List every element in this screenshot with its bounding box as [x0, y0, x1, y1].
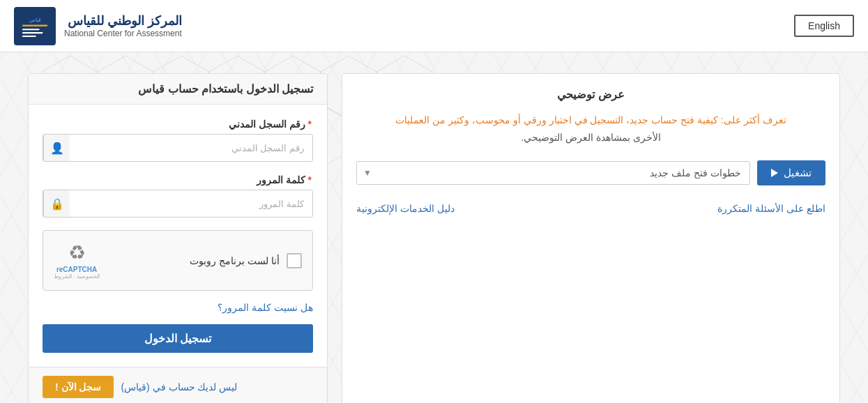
recaptcha-left: أنا لست برنامج روبوت: [190, 253, 302, 268]
id-label-text: رقم السجل المدني: [229, 119, 305, 130]
svg-text:قياس: قياس: [29, 17, 41, 23]
faq-link[interactable]: اطلع على الأسئلة المتكررة: [717, 203, 825, 214]
demo-panel: عرض توضيحي تعرف أكثر على: كيفية فتح حساب…: [342, 73, 840, 403]
logo-english-name: National Center for Assessment: [64, 29, 182, 38]
demo-description-line2: الأخرى بمشاهدة العرض التوضيحي.: [521, 132, 661, 143]
password-label: * كلمة المرور: [43, 174, 313, 185]
forgot-password-link-wrapper: هل نسيت كلمة المرور؟: [43, 301, 313, 314]
demo-select[interactable]: خطوات فتح ملف جديد: [356, 161, 750, 185]
login-form: * رقم السجل المدني 👤 * كلمة المرور: [29, 105, 327, 367]
play-button[interactable]: تشغيل: [757, 160, 825, 185]
logo-icon: قياس: [14, 7, 56, 45]
logo-arabic-name: المركز الوطني للقياس: [64, 13, 182, 29]
svg-rect-2: [22, 24, 47, 26]
lock-icon: 🔒: [43, 190, 70, 217]
password-field-group: * كلمة المرور 🔒: [43, 174, 313, 218]
recaptcha-icon: ♻: [68, 241, 86, 264]
play-icon: [771, 169, 778, 177]
english-button[interactable]: English: [794, 15, 854, 37]
demo-controls: تشغيل خطوات فتح ملف جديد ▼: [356, 160, 825, 185]
demo-description-text: تعرف أكثر على: كيفية فتح حساب جديد، التس…: [395, 114, 786, 126]
id-input-wrapper: 👤: [43, 134, 313, 162]
svg-rect-5: [22, 36, 36, 37]
logo-text: المركز الوطني للقياس National Center for…: [64, 13, 182, 38]
header: English المركز الوطني للقياس National Ce…: [0, 0, 868, 52]
guide-link[interactable]: دليل الخدمات الإلكترونية: [356, 203, 455, 214]
password-label-text: كلمة المرور: [257, 174, 305, 185]
id-input[interactable]: [70, 136, 312, 160]
id-field-group: * رقم السجل المدني 👤: [43, 119, 313, 162]
password-input[interactable]: [70, 192, 312, 215]
logo-area: المركز الوطني للقياس National Center for…: [14, 7, 182, 45]
recaptcha-subtitle: الخصوصية - الشروط: [54, 273, 100, 280]
register-now-button[interactable]: سجل الآن !: [43, 376, 114, 398]
demo-select-wrapper: خطوات فتح ملف جديد ▼: [356, 161, 750, 185]
no-account-link[interactable]: ليس لديك حساب في (قياس): [121, 381, 237, 393]
login-panel: تسجيل الدخول باستخدام حساب قياس * رقم ال…: [28, 73, 328, 403]
recaptcha-logo: ♻ reCAPTCHA الخصوصية - الشروط: [54, 241, 100, 280]
recaptcha-label: أنا لست برنامج روبوت: [190, 255, 280, 266]
svg-rect-4: [22, 32, 43, 33]
login-footer: ليس لديك حساب في (قياس) سجل الآن !: [29, 367, 327, 403]
demo-links: اطلع على الأسئلة المتكررة دليل الخدمات ا…: [356, 203, 825, 214]
user-icon: 👤: [43, 135, 70, 161]
login-button[interactable]: تسجيل الدخول: [43, 324, 313, 353]
no-account-text: ليس لديك حساب في (قياس): [121, 381, 237, 393]
svg-rect-3: [22, 29, 40, 30]
demo-description: تعرف أكثر على: كيفية فتح حساب جديد، التس…: [356, 112, 825, 146]
password-input-wrapper: 🔒: [43, 190, 313, 218]
forgot-password-link[interactable]: هل نسيت كلمة المرور؟: [218, 302, 313, 313]
demo-panel-title: عرض توضيحي: [356, 88, 825, 101]
recaptcha-checkbox[interactable]: [287, 253, 302, 268]
main-content: عرض توضيحي تعرف أكثر على: كيفية فتح حساب…: [0, 52, 868, 403]
login-panel-header: تسجيل الدخول باستخدام حساب قياس: [29, 74, 327, 105]
recaptcha-box[interactable]: أنا لست برنامج روبوت ♻ reCAPTCHA الخصوصي…: [43, 230, 313, 291]
id-label: * رقم السجل المدني: [43, 119, 313, 130]
recaptcha-title: reCAPTCHA: [56, 266, 97, 273]
play-button-label: تشغيل: [784, 167, 812, 179]
chevron-down-icon: ▼: [363, 168, 372, 178]
required-star-pwd: *: [308, 174, 312, 185]
required-star-id: *: [308, 119, 312, 130]
